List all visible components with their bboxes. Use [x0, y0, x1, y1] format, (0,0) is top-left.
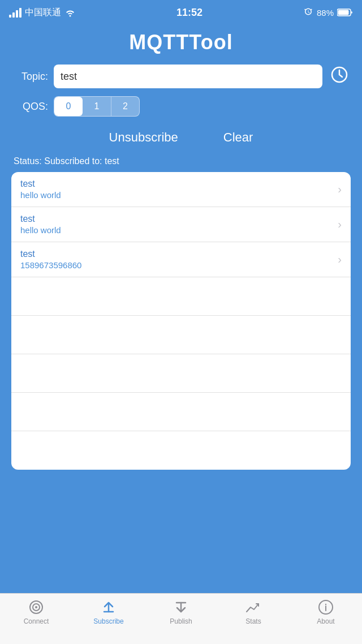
- unsubscribe-button[interactable]: Unsubscribe: [104, 128, 184, 147]
- clear-button[interactable]: Clear: [218, 128, 259, 147]
- tab-about[interactable]: About: [290, 599, 362, 625]
- status-bar-left: 中国联通: [9, 7, 76, 19]
- subscribe-icon: [101, 599, 117, 615]
- alarm-icon: [303, 7, 313, 18]
- connect-icon: [28, 599, 45, 615]
- empty-row-2: [11, 354, 351, 393]
- message-content-1: test hello world: [20, 214, 333, 235]
- message-item-2[interactable]: test 1589673596860 ›: [11, 242, 351, 277]
- empty-row-0: [11, 277, 351, 316]
- history-button[interactable]: [328, 66, 351, 88]
- tab-connect[interactable]: Connect: [0, 599, 72, 625]
- message-topic-2: test: [20, 249, 333, 259]
- battery-icon: [337, 8, 353, 17]
- tab-stats-label: Stats: [245, 617, 261, 625]
- message-topic-1: test: [20, 214, 333, 224]
- status-bar: 中国联通 11:52 88%: [0, 0, 362, 25]
- message-body-2: 1589673596860: [20, 260, 333, 270]
- signal-icon: [9, 8, 21, 18]
- message-body-1: hello world: [20, 225, 333, 235]
- carrier-label: 中国联通: [25, 7, 61, 19]
- history-icon: [330, 66, 348, 84]
- topic-label: Topic:: [11, 71, 48, 83]
- qos-0-button[interactable]: 0: [54, 97, 83, 116]
- wifi-icon: [64, 8, 76, 17]
- action-row: Unsubscribe Clear: [11, 128, 351, 147]
- tab-subscribe[interactable]: Subscribe: [72, 599, 145, 625]
- message-item-1[interactable]: test hello world ›: [11, 207, 351, 242]
- tab-publish[interactable]: Publish: [145, 599, 217, 625]
- publish-icon: [173, 599, 189, 615]
- qos-label: QOS:: [11, 101, 48, 113]
- message-item-0[interactable]: test hello world ›: [11, 172, 351, 207]
- qos-2-button[interactable]: 2: [111, 97, 139, 116]
- empty-row-3: [11, 393, 351, 431]
- status-bar-right: 88%: [303, 7, 353, 18]
- tab-stats[interactable]: Stats: [217, 599, 290, 625]
- content-area: Topic: QOS: 0 1 2 Unsubscribe Clear Stat…: [0, 65, 362, 470]
- tab-subscribe-label: Subscribe: [93, 617, 123, 625]
- stats-icon: [245, 599, 262, 615]
- about-icon: [318, 599, 334, 615]
- tab-connect-label: Connect: [24, 617, 49, 625]
- chevron-icon-0: ›: [338, 183, 342, 196]
- app-title: MQTTTool: [0, 25, 362, 65]
- svg-rect-1: [338, 10, 348, 15]
- tab-about-label: About: [317, 617, 334, 625]
- tab-publish-label: Publish: [170, 617, 192, 625]
- qos-1-button[interactable]: 1: [83, 97, 111, 116]
- message-body-0: hello world: [20, 190, 333, 200]
- qos-segment: 0 1 2: [54, 96, 140, 117]
- battery-label: 88%: [317, 8, 334, 18]
- message-content-0: test hello world: [20, 179, 333, 200]
- status-bar-time: 11:52: [176, 7, 202, 19]
- chevron-icon-2: ›: [338, 253, 342, 266]
- status-text: Status: Subscribed to: test: [11, 156, 351, 166]
- svg-point-5: [35, 606, 37, 608]
- message-content-2: test 1589673596860: [20, 249, 333, 270]
- tab-bar: Connect Subscribe Publish Stats: [0, 593, 362, 644]
- empty-row-1: [11, 316, 351, 354]
- chevron-icon-1: ›: [338, 218, 342, 231]
- message-topic-0: test: [20, 179, 333, 189]
- topic-row: Topic:: [11, 65, 351, 88]
- message-list: test hello world › test hello world › te…: [11, 172, 351, 470]
- svg-point-12: [325, 604, 326, 605]
- topic-input[interactable]: [54, 65, 322, 88]
- qos-row: QOS: 0 1 2: [11, 96, 351, 117]
- empty-row-4: [11, 431, 351, 470]
